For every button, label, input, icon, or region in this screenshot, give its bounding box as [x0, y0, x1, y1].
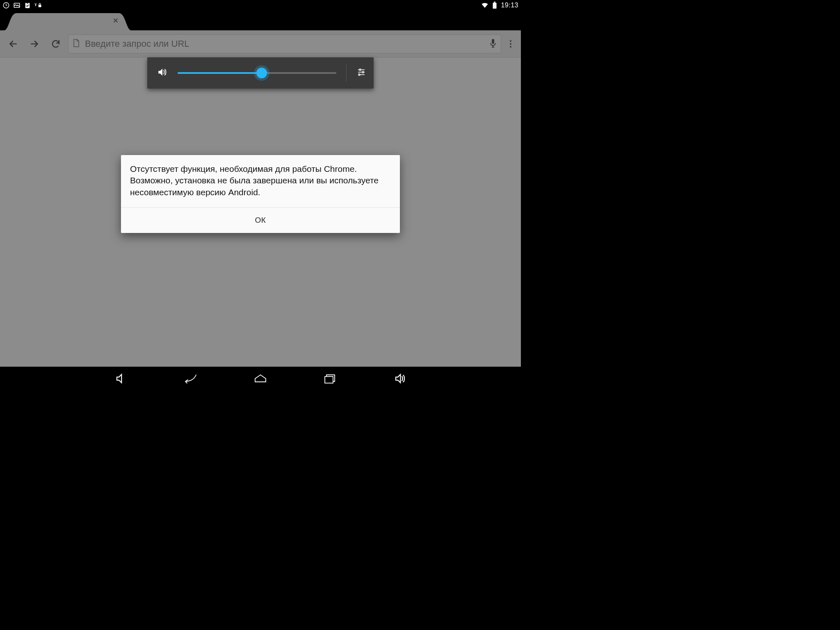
volume-settings-button[interactable]	[356, 67, 366, 79]
divider	[346, 64, 347, 82]
svg-rect-2	[25, 3, 30, 8]
text-lock-icon: T	[34, 2, 42, 9]
status-time: 19:13	[501, 2, 518, 9]
volume-panel	[147, 57, 374, 89]
error-dialog: Отсутствует функция, необходимая для раб…	[121, 155, 400, 233]
volume-down-button[interactable]	[113, 370, 129, 387]
svg-rect-3	[27, 2, 29, 4]
dialog-message: Отсутствует функция, необходимая для раб…	[121, 155, 400, 208]
svg-point-11	[358, 74, 360, 75]
svg-rect-6	[493, 3, 497, 9]
nav-recent-button[interactable]	[322, 370, 338, 387]
nav-back-button[interactable]	[183, 370, 199, 387]
svg-rect-12	[325, 377, 333, 383]
ok-button[interactable]: ОК	[247, 214, 274, 226]
clipboard-check-icon	[24, 2, 31, 9]
nav-home-button[interactable]	[252, 370, 269, 387]
svg-point-9	[359, 69, 361, 71]
svg-point-10	[362, 71, 364, 73]
system-navbar	[0, 367, 521, 390]
volume-slider[interactable]	[178, 72, 336, 74]
svg-rect-5	[39, 5, 41, 7]
speaker-icon	[157, 67, 168, 79]
volume-up-button[interactable]	[392, 370, 408, 387]
battery-full-icon	[491, 2, 498, 9]
status-bar: T 19:13	[0, 0, 521, 11]
update-icon	[2, 2, 10, 9]
svg-rect-7	[494, 2, 496, 3]
svg-text:T: T	[34, 2, 37, 7]
wifi-icon	[481, 2, 488, 9]
image-icon	[13, 2, 21, 9]
